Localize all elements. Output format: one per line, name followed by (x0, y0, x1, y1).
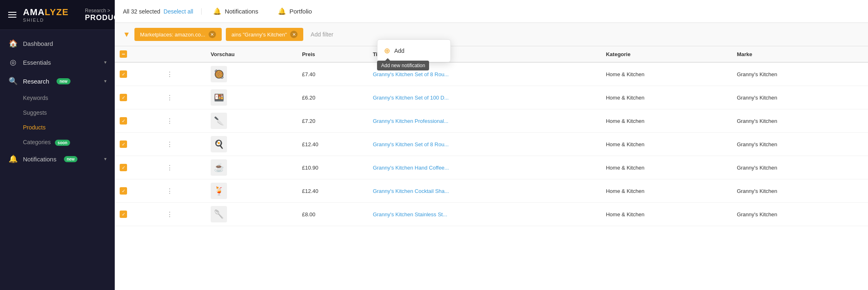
product-price: £8.00 (302, 211, 316, 218)
row-price-cell: £6.20 (297, 86, 368, 109)
row-checkbox[interactable]: ✓ (120, 94, 127, 101)
row-checkbox[interactable]: ✓ (120, 211, 127, 218)
product-category: Home & Kitchen (606, 95, 644, 101)
row-preview-cell: 🥄 (206, 203, 297, 226)
home-icon: 🏠 (8, 39, 18, 48)
row-dots-cell[interactable]: ⋮ (161, 203, 206, 226)
col-dots (161, 46, 206, 62)
row-checkbox[interactable]: ✓ (120, 70, 127, 78)
row-dots-cell[interactable]: ⋮ (161, 156, 206, 179)
sidebar-item-essentials[interactable]: ◎ Essentials ▾ (0, 53, 115, 72)
selection-count: All 32 selected (123, 8, 160, 15)
row-checkbox[interactable]: ✓ (120, 117, 127, 125)
product-category: Home & Kitchen (606, 71, 644, 77)
brand-filter-tag[interactable]: ains "Granny's Kitchen" ✕ (226, 28, 303, 41)
product-title-link[interactable]: Granny's Kitchen Set of 8 Rou... (373, 141, 449, 147)
col-price: Preis (297, 46, 368, 62)
selection-info: All 32 selected Deselect all (123, 8, 202, 15)
table-row: ✓ ⋮ 🍹 £12.40 Granny's Kitchen Cocktail S… (115, 179, 868, 203)
product-title-link[interactable]: Granny's Kitchen Stainless St... (373, 211, 448, 218)
row-preview-cell: 🔪 (206, 109, 297, 133)
row-dots-button[interactable]: ⋮ (166, 94, 173, 101)
search-icon: 🔍 (8, 77, 18, 86)
filter-icon[interactable]: ▼ (123, 30, 130, 39)
sidebar-item-dashboard[interactable]: 🏠 Dashboard (0, 34, 115, 53)
product-title-link[interactable]: Granny's Kitchen Cocktail Sha... (373, 188, 449, 194)
row-brand-cell: Granny's Kitchen (732, 86, 868, 109)
sidebar-item-products[interactable]: Products (23, 120, 115, 135)
bell-portfolio-icon: 🔔 (278, 7, 286, 15)
dropdown-add-item[interactable]: ⊕ Add (377, 42, 450, 59)
row-title-cell[interactable]: Granny's Kitchen Set of 8 Rou... (368, 133, 601, 156)
col-brand: Marke (732, 46, 868, 62)
row-checkbox-cell[interactable]: ✓ (115, 179, 161, 203)
row-brand-cell: Granny's Kitchen (732, 203, 868, 226)
row-price-cell: £12.40 (297, 133, 368, 156)
row-title-cell[interactable]: Granny's Kitchen Set of 100 D... (368, 86, 601, 109)
product-price: £6.20 (302, 95, 316, 101)
marketplace-filter-close[interactable]: ✕ (209, 31, 216, 38)
sidebar-item-keywords[interactable]: Keywords (23, 91, 115, 105)
product-brand: Granny's Kitchen (737, 95, 777, 101)
row-dots-button[interactable]: ⋮ (166, 188, 173, 195)
brand-filter-close[interactable]: ✕ (290, 31, 298, 38)
product-title-link[interactable]: Granny's Kitchen Professional... (373, 118, 449, 124)
product-brand: Granny's Kitchen (737, 118, 777, 124)
sidebar-item-research[interactable]: 🔍 Research new ▾ (0, 72, 115, 91)
row-checkbox[interactable]: ✓ (120, 164, 127, 171)
row-checkbox-cell[interactable]: ✓ (115, 203, 161, 226)
product-price: £12.40 (302, 188, 318, 194)
product-title-link[interactable]: Granny's Kitchen Hand Coffee... (373, 165, 449, 171)
row-dots-button[interactable]: ⋮ (166, 164, 173, 171)
row-category-cell: Home & Kitchen (601, 86, 732, 109)
row-dots-cell[interactable]: ⋮ (161, 86, 206, 109)
row-dots-cell[interactable]: ⋮ (161, 62, 206, 86)
table-row: ✓ ⋮ 🥄 £8.00 Granny's Kitchen Stainless S… (115, 203, 868, 226)
select-all-checkbox[interactable]: − (120, 50, 127, 58)
row-dots-button[interactable]: ⋮ (166, 141, 173, 148)
row-dots-cell[interactable]: ⋮ (161, 179, 206, 203)
tab-notifications[interactable]: 🔔 Notifications (205, 4, 266, 18)
row-checkbox-cell[interactable]: ✓ (115, 109, 161, 133)
row-checkbox-cell[interactable]: ✓ (115, 86, 161, 109)
product-category: Home & Kitchen (606, 188, 644, 194)
row-checkbox[interactable]: ✓ (120, 187, 127, 195)
row-title-cell[interactable]: Granny's Kitchen Professional... (368, 109, 601, 133)
row-checkbox-cell[interactable]: ✓ (115, 62, 161, 86)
row-title-cell[interactable]: Granny's Kitchen Hand Coffee... (368, 156, 601, 179)
product-title-link[interactable]: Granny's Kitchen Set of 8 Rou... (373, 71, 449, 77)
bell-icon: 🔔 (8, 154, 18, 163)
row-title-cell[interactable]: Granny's Kitchen Cocktail Sha... (368, 179, 601, 203)
product-category: Home & Kitchen (606, 165, 644, 171)
table-row: ✓ ⋮ 🍳 £12.40 Granny's Kitchen Set of 8 R… (115, 133, 868, 156)
product-thumbnail: 🔪 (211, 113, 227, 129)
deselect-all-button[interactable]: Deselect all (164, 8, 193, 15)
row-price-cell: £12.40 (297, 179, 368, 203)
table-body: ✓ ⋮ 🥘 £7.40 Granny's Kitchen Set of 8 Ro… (115, 62, 868, 226)
row-dots-cell[interactable]: ⋮ (161, 133, 206, 156)
row-dots-button[interactable]: ⋮ (166, 118, 173, 125)
product-thumbnail: 🍹 (211, 183, 227, 199)
hamburger-menu[interactable] (8, 12, 16, 18)
row-dots-button[interactable]: ⋮ (166, 211, 173, 218)
sidebar-item-notifications[interactable]: 🔔 Notifications new ▾ (0, 150, 115, 168)
sidebar-item-label: Research (23, 78, 49, 85)
product-thumbnail: 🍳 (211, 136, 227, 152)
marketplace-filter-tag[interactable]: Marketplaces: amazon.co... ✕ (134, 28, 222, 41)
tab-portfolio[interactable]: 🔔 Portfolio (270, 4, 320, 18)
product-category: Home & Kitchen (606, 141, 644, 147)
row-dots-cell[interactable]: ⋮ (161, 109, 206, 133)
row-title-cell[interactable]: Granny's Kitchen Stainless St... (368, 203, 601, 226)
row-checkbox-cell[interactable]: ✓ (115, 156, 161, 179)
row-checkbox[interactable]: ✓ (120, 140, 127, 148)
sidebar-item-categories[interactable]: Categories soon (23, 135, 115, 150)
row-brand-cell: Granny's Kitchen (732, 109, 868, 133)
product-price: £7.40 (302, 71, 316, 77)
sidebar-item-suggests[interactable]: Suggests (23, 105, 115, 120)
table-header-row: − Vorschau Preis Titel Kategorie (115, 46, 868, 62)
row-price-cell: £8.00 (297, 203, 368, 226)
product-title-link[interactable]: Granny's Kitchen Set of 100 D... (373, 95, 449, 101)
row-checkbox-cell[interactable]: ✓ (115, 133, 161, 156)
add-filter-button[interactable]: Add filter (307, 29, 336, 39)
row-dots-button[interactable]: ⋮ (166, 71, 173, 78)
